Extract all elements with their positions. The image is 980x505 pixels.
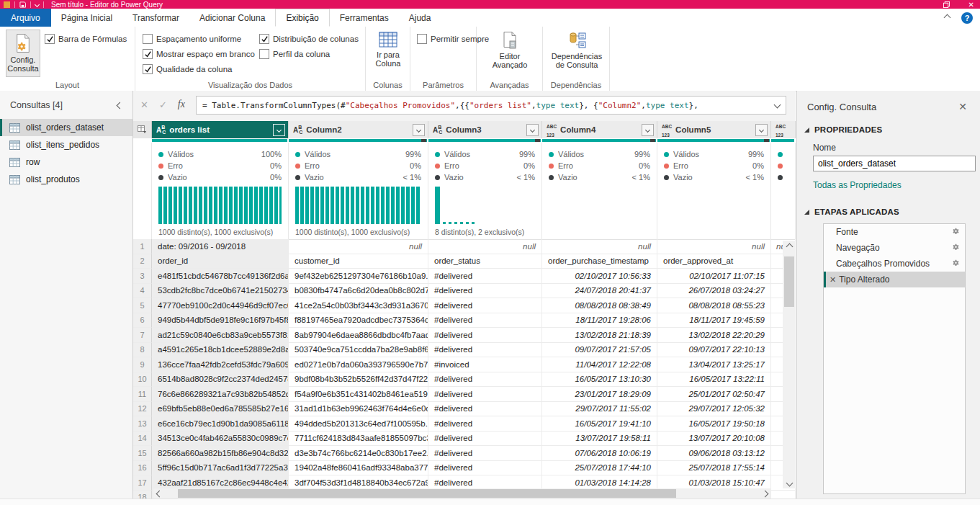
column-filter-button[interactable] (755, 124, 768, 136)
grid-cell[interactable]: 09/06/2018 03:13:12 (657, 446, 771, 461)
grid-cell[interactable]: 16/05/2017 13:22:11 (657, 372, 771, 388)
checkbox-barra-de-formulas[interactable]: Barra de Fórmulas (45, 34, 127, 44)
row-number[interactable]: 15 (133, 446, 152, 461)
row-number[interactable]: 3 (133, 269, 152, 284)
checkbox-espacamento-uniforme[interactable]: Espaçamento uniforme (143, 34, 241, 44)
grid-cell[interactable]: f88197465ea7920adcdbec7375364d... (289, 313, 428, 329)
grid-cell[interactable]: 07/06/2018 10:06:19 (542, 446, 657, 461)
row-number[interactable]: 10 (133, 372, 152, 388)
grid-cell[interactable]: 13/02/2018 21:18:39 (542, 328, 657, 343)
grid-cell[interactable]: #invoiced (428, 357, 542, 372)
grid-cell[interactable]: #delivered (428, 461, 542, 476)
applied-step-fonte[interactable]: Fonte (824, 224, 965, 240)
grid-cell[interactable]: order_status (428, 254, 542, 269)
remove-step-icon[interactable]: ✕ (830, 275, 836, 285)
grid-cell[interactable]: order_id (152, 254, 289, 269)
grid-cell[interactable]: 5ff96c15d0b717ac6ad1f3d77225a350 (152, 461, 289, 476)
grid-cell[interactable]: ad21c59c0840e6cb83a9ceb5573f8159 (152, 328, 289, 343)
grid-cell[interactable]: #delivered (428, 402, 542, 417)
column-header-column5[interactable]: ABC123Column5 (657, 121, 771, 138)
column-header-column4[interactable]: ABC123Column4 (542, 121, 657, 138)
grid-cell[interactable]: 25/07/2018 17:44:10 (542, 461, 657, 476)
grid-cell[interactable]: 08/08/2018 08:38:49 (542, 298, 657, 313)
vertical-scrollbar-thumb[interactable] (784, 256, 794, 307)
column-filter-button[interactable] (526, 124, 539, 136)
grid-cell[interactable]: 53cdb2fc8bc7dce0b6741e21502734... (152, 284, 289, 299)
grid-cell[interactable]: 16/05/2017 19:41:10 (542, 416, 657, 432)
column-filter-button[interactable] (642, 124, 654, 136)
grid-cell[interactable]: 23/01/2017 18:29:09 (542, 387, 657, 402)
tab-ajuda[interactable]: Ajuda (399, 9, 441, 27)
grid-cell[interactable]: f54a9f0e6b351c431402b8461ea519... (289, 387, 428, 402)
checkbox-box[interactable] (143, 64, 153, 74)
row-number[interactable]: 2 (133, 254, 152, 269)
grid-cell[interactable]: null (657, 239, 771, 254)
row-number[interactable]: 12 (133, 402, 152, 417)
row-number[interactable]: 9 (133, 357, 152, 372)
grid-cell[interactable]: null (289, 239, 428, 254)
column-header-partial[interactable]: ABC123 (771, 121, 796, 138)
grid-cell[interactable]: 25/07/2018 17:55:14 (657, 461, 771, 476)
grid-cell[interactable]: 13/04/2017 13:25:17 (657, 357, 771, 372)
grid-cell[interactable]: e69bfb5eb88e0ed6a785585b27e16... (152, 402, 289, 417)
grid-cell[interactable]: 47770eb9100c2d0c44946d9cf07ec6... (152, 298, 289, 313)
column-header-orders-list[interactable]: ABCorders list (152, 121, 289, 138)
checkbox-box[interactable] (259, 34, 269, 44)
grid-cell[interactable]: #delivered (428, 343, 542, 358)
all-properties-link[interactable]: Todas as Propriedades (813, 180, 980, 190)
checkbox-distribuicao-de-colunas[interactable]: Distribuição de colunas (259, 34, 359, 44)
row-number[interactable]: 5 (133, 298, 152, 313)
grid-cell[interactable]: 08/08/2018 08:55:23 (657, 298, 771, 313)
ir-para-coluna-button[interactable]: Ir paraColuna (370, 31, 406, 68)
grid-cell[interactable]: #delivered (428, 446, 542, 461)
grid-cell[interactable]: ed0271e0b7da060a393796590e7b7... (289, 357, 428, 372)
grid-cell[interactable]: 6514b8ad8028c9f2cc2374ded245783f (152, 372, 289, 388)
applied-step-navegac-a-o[interactable]: Navegação (824, 240, 965, 256)
quick-access-dropdown-icon[interactable] (35, 1, 40, 6)
query-item-olist-orders-dataset[interactable]: olist_orders_dataset (0, 119, 132, 136)
grid-cell[interactable]: #delivered (428, 298, 542, 313)
grid-cell[interactable]: #delivered (428, 269, 542, 284)
horizontal-scrollbar[interactable] (153, 488, 770, 499)
row-number[interactable]: 6 (133, 313, 152, 329)
row-number[interactable]: 1 (133, 239, 152, 254)
tab-ferramentas[interactable]: Ferramentas (330, 9, 399, 27)
column-header-column2[interactable]: ABCColumn2 (289, 121, 428, 138)
grid-cell[interactable]: 8ab97904e6daea8866dbdbc4fb7aad... (289, 328, 428, 343)
query-item-olist-itens-pedidos[interactable]: olist_itens_pedidos (0, 136, 132, 153)
grid-cell[interactable]: 7711cf624183d843aafe81855097bc37 (289, 432, 428, 447)
grid-cell[interactable]: date: 09/2016 - 09/2018 (152, 239, 289, 254)
restore-window-icon[interactable] (943, 1, 950, 8)
grid-cell[interactable]: order_purchase_timestamp (542, 254, 657, 269)
tab-transformar[interactable]: Transformar (122, 9, 189, 27)
row-number[interactable]: 7 (133, 328, 152, 343)
scroll-left-icon[interactable] (153, 488, 165, 499)
applied-step-cabec-alhos-promovidos[interactable]: Cabeçalhos Promovidos (824, 256, 965, 272)
grid-cell[interactable]: 02/10/2017 11:07:15 (657, 269, 771, 284)
collapse-ribbon-icon[interactable] (944, 14, 951, 22)
collapse-section-icon[interactable] (804, 210, 809, 215)
query-item-olist-produtos[interactable]: olist_produtos (0, 171, 132, 188)
grid-cell[interactable]: 19402a48fe860416adf93348aba377... (289, 461, 428, 476)
config-consulta-button[interactable]: Config.Consulta (6, 30, 40, 77)
horizontal-scrollbar-thumb[interactable] (178, 489, 676, 498)
column-header-column3[interactable]: ABCColumn3 (428, 121, 542, 138)
scroll-up-icon[interactable] (783, 241, 796, 252)
grid-cell[interactable]: e6ce16cb79ec1d90b1da9085a6118a... (152, 416, 289, 432)
grid-cell[interactable]: 18/11/2017 19:28:06 (542, 313, 657, 329)
grid-cell[interactable]: 13/02/2018 22:20:29 (657, 328, 771, 343)
grid-cell[interactable]: 26/07/2018 03:24:27 (657, 284, 771, 299)
grid-cell[interactable]: null (428, 239, 542, 254)
query-item-row[interactable]: row (0, 153, 132, 171)
grid-cell[interactable]: #delivered (428, 372, 542, 388)
grid-cell[interactable]: #delivered (428, 313, 542, 329)
grid-cell[interactable]: 09/07/2017 22:10:13 (657, 343, 771, 358)
grid-cell[interactable]: customer_id (289, 254, 428, 269)
grid-cell[interactable]: 24/07/2018 20:41:37 (542, 284, 657, 299)
grid-cell[interactable]: 09/07/2017 21:57:05 (542, 343, 657, 358)
grid-cell[interactable]: 41ce2a54c0b03bf3443c3d931a3670... (289, 298, 428, 313)
grid-cell[interactable]: #delivered (428, 328, 542, 343)
formula-accept-icon[interactable]: ✓ (159, 99, 167, 110)
vertical-scrollbar[interactable] (783, 241, 796, 488)
grid-cell[interactable]: 9bdf08b4b3b52b5526ff42d37d47f222 (289, 372, 428, 388)
